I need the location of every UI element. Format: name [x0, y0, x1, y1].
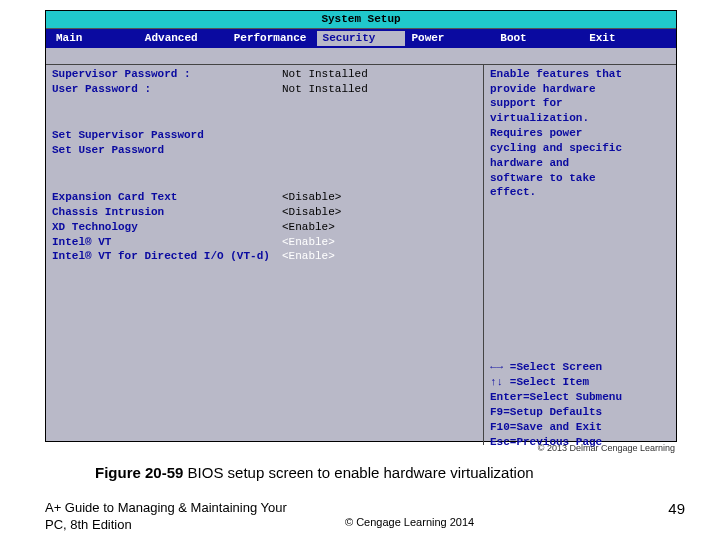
- expansion-card-label: Expansion Card Text: [52, 190, 282, 205]
- figure-number: Figure 20-59: [95, 464, 183, 481]
- help-key-f10: F10=Save and Exit: [490, 420, 670, 435]
- set-user-label: Set User Password: [52, 143, 282, 158]
- menu-main[interactable]: Main: [50, 31, 139, 46]
- menu-power[interactable]: Power: [405, 31, 494, 46]
- set-supervisor-label: Set Supervisor Password: [52, 128, 282, 143]
- bios-menu-bar: Main Advanced Performance Security Power…: [46, 29, 676, 48]
- row-supervisor-password: Supervisor Password : Not Installed: [52, 67, 477, 82]
- figure-text: BIOS setup screen to enable hardware vir…: [183, 464, 533, 481]
- bios-screen: System Setup Main Advanced Performance S…: [45, 10, 677, 442]
- row-intel-vtd[interactable]: Intel® VT for Directed I/O (VT-d) <Enabl…: [52, 249, 477, 264]
- xd-technology-value: <Enable>: [282, 220, 335, 235]
- help-text: cycling and specific: [490, 141, 670, 156]
- help-text: virtualization.: [490, 111, 670, 126]
- bios-title-bar: System Setup: [46, 11, 676, 29]
- page-number: 49: [668, 500, 685, 517]
- intel-vt-label: Intel® VT: [52, 235, 282, 250]
- help-text: effect.: [490, 185, 670, 200]
- help-key-select-screen: ←→ =Select Screen: [490, 360, 670, 375]
- bios-content: Supervisor Password : Not Installed User…: [46, 65, 676, 445]
- chassis-intrusion-label: Chassis Intrusion: [52, 205, 282, 220]
- xd-technology-label: XD Technology: [52, 220, 282, 235]
- supervisor-password-label: Supervisor Password :: [52, 67, 282, 82]
- chassis-intrusion-value: <Disable>: [282, 205, 341, 220]
- help-text: Enable features that: [490, 67, 670, 82]
- menu-boot[interactable]: Boot: [494, 31, 583, 46]
- bios-left-pane: Supervisor Password : Not Installed User…: [46, 65, 484, 445]
- help-text: Requires power: [490, 126, 670, 141]
- row-xd-technology[interactable]: XD Technology <Enable>: [52, 220, 477, 235]
- menu-gap: [46, 48, 676, 65]
- row-chassis-intrusion[interactable]: Chassis Intrusion <Disable>: [52, 205, 477, 220]
- user-password-value: Not Installed: [282, 82, 368, 97]
- bios-help-pane: Enable features that provide hardware su…: [484, 65, 676, 445]
- intel-vt-value: <Enable>: [282, 235, 335, 250]
- help-key-select-item: ↑↓ =Select Item: [490, 375, 670, 390]
- help-text: provide hardware: [490, 82, 670, 97]
- row-set-user[interactable]: Set User Password: [52, 143, 477, 158]
- help-text: software to take: [490, 171, 670, 186]
- intel-vtd-value: <Enable>: [282, 249, 335, 264]
- help-text: support for: [490, 96, 670, 111]
- row-user-password: User Password : Not Installed: [52, 82, 477, 97]
- user-password-label: User Password :: [52, 82, 282, 97]
- supervisor-password-value: Not Installed: [282, 67, 368, 82]
- menu-exit[interactable]: Exit: [583, 31, 672, 46]
- footer-copyright: © Cengage Learning 2014: [345, 516, 474, 528]
- row-set-supervisor[interactable]: Set Supervisor Password: [52, 128, 477, 143]
- expansion-card-value: <Disable>: [282, 190, 341, 205]
- book-title: A+ Guide to Managing & Maintaining Your …: [45, 500, 295, 534]
- row-intel-vt[interactable]: Intel® VT <Enable>: [52, 235, 477, 250]
- help-key-f9: F9=Setup Defaults: [490, 405, 670, 420]
- figure-caption: Figure 20-59 BIOS setup screen to enable…: [95, 464, 534, 481]
- intel-vtd-label: Intel® VT for Directed I/O (VT-d): [52, 249, 282, 264]
- row-expansion-card[interactable]: Expansion Card Text <Disable>: [52, 190, 477, 205]
- menu-security[interactable]: Security: [317, 31, 406, 46]
- menu-advanced[interactable]: Advanced: [139, 31, 228, 46]
- help-key-enter: Enter=Select Submenu: [490, 390, 670, 405]
- menu-performance[interactable]: Performance: [228, 31, 317, 46]
- image-copyright: © 2013 Delmar Cengage Learning: [45, 443, 675, 453]
- help-text: hardware and: [490, 156, 670, 171]
